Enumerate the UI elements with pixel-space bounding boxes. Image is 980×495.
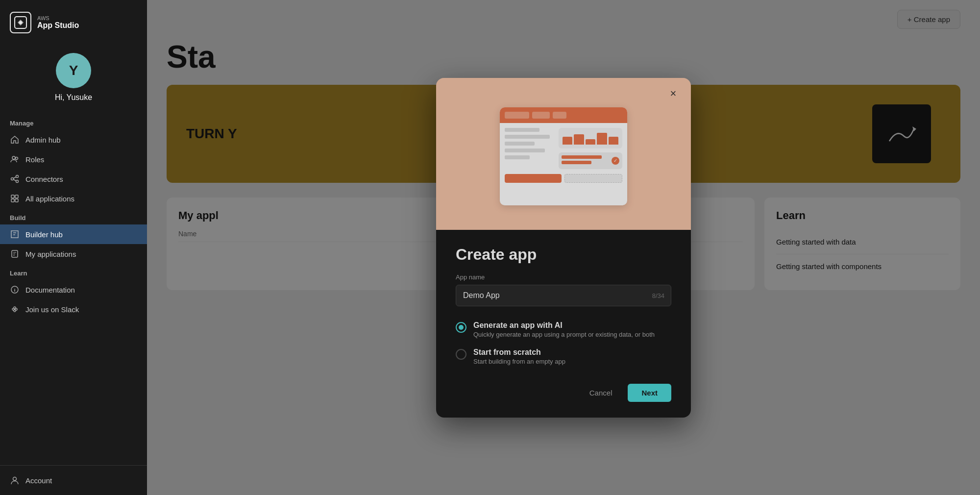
builder-hub-icon: [10, 229, 20, 239]
account-icon: [10, 475, 20, 485]
svg-point-5: [16, 175, 19, 178]
cancel-button[interactable]: Cancel: [580, 384, 622, 402]
modal-title: Create app: [456, 246, 671, 264]
form-line-2: [562, 161, 591, 164]
bar-4: [597, 133, 607, 144]
bar-2: [574, 134, 584, 145]
sidebar-item-roles[interactable]: Roles: [0, 149, 147, 169]
svg-point-3: [16, 157, 18, 160]
modal-close-button[interactable]: ×: [665, 86, 681, 101]
scratch-label: Start from scratch: [473, 348, 565, 357]
admin-hub-label: Admin hub: [25, 136, 61, 144]
generate-ai-option[interactable]: Generate an app with AI Quickly generate…: [456, 316, 671, 343]
app-name-label: App name: [456, 273, 671, 281]
svg-point-19: [13, 477, 17, 481]
scratch-radio[interactable]: [456, 349, 466, 360]
svg-line-8: [14, 179, 16, 181]
join-slack-label: Join us on Slack: [25, 305, 79, 314]
mockup-left-panel: [505, 128, 555, 169]
create-app-modal: ×: [436, 78, 691, 418]
slack-icon: [10, 304, 20, 314]
app-name-input[interactable]: [456, 285, 671, 306]
mockup-footer: [500, 174, 627, 187]
mockup-titlebar: [500, 107, 627, 123]
main-content: + Create app Sta TURN Y My appl Name Lea…: [147, 0, 980, 495]
form-line-1: [562, 155, 602, 159]
user-avatar-section: Y Hi, Yusuke: [0, 43, 147, 114]
roles-icon: [10, 154, 20, 164]
app-name-field-wrap: 8/34: [456, 285, 671, 306]
manage-section-label: Manage: [0, 114, 147, 130]
generate-ai-text: Generate an app with AI Quickly generate…: [473, 321, 655, 338]
generate-ai-radio[interactable]: [456, 322, 466, 333]
my-apps-icon: [10, 249, 20, 259]
bar-5: [609, 137, 618, 145]
mockup-bars: [562, 131, 619, 146]
mockup-chart-card: [559, 128, 622, 148]
roles-label: Roles: [25, 155, 44, 164]
scratch-desc: Start building from an empty app: [473, 358, 565, 365]
mockup-footer-btn-1: [505, 174, 562, 183]
svg-rect-10: [15, 195, 18, 198]
documentation-icon: [10, 285, 20, 295]
svg-point-2: [12, 156, 15, 159]
svg-rect-12: [15, 199, 18, 202]
sidebar-item-admin-hub[interactable]: Admin hub: [0, 130, 147, 149]
mockup-line-4: [505, 148, 545, 152]
build-section-label: Build: [0, 208, 147, 224]
app-mockup-illustration: ✓: [500, 107, 627, 205]
app-logo-icon: [10, 12, 31, 33]
connectors-icon: [10, 174, 20, 184]
mockup-right-panel: ✓: [559, 128, 622, 169]
sidebar-item-my-applications[interactable]: My applications: [0, 244, 147, 264]
svg-point-18: [14, 310, 16, 312]
my-applications-label: My applications: [25, 250, 76, 258]
mockup-footer-btn-2: [564, 174, 622, 183]
modal-overlay: ×: [147, 0, 980, 495]
sidebar-logo: AWS App Studio: [0, 0, 147, 43]
sidebar-item-connectors[interactable]: Connectors: [0, 169, 147, 189]
svg-rect-11: [11, 199, 14, 202]
sidebar-item-documentation[interactable]: Documentation: [0, 280, 147, 299]
logo-text: AWS App Studio: [37, 15, 79, 30]
sidebar-bottom: Account: [0, 465, 147, 495]
svg-point-1: [19, 21, 22, 24]
user-greeting: Hi, Yusuke: [55, 93, 92, 102]
mockup-line-1: [505, 128, 539, 132]
account-label: Account: [25, 476, 52, 485]
bar-1: [563, 137, 572, 145]
svg-rect-9: [11, 195, 14, 198]
mockup-text-lines: [562, 155, 612, 166]
generate-ai-label: Generate an app with AI: [473, 321, 655, 330]
mockup-btn-1: [505, 112, 529, 119]
modal-form: Create app App name 8/34 Generate an app…: [436, 230, 691, 418]
mockup-line-5: [505, 155, 530, 159]
svg-point-4: [11, 178, 14, 180]
modal-actions: Cancel Next: [456, 384, 671, 402]
mockup-line-3: [505, 142, 535, 146]
mockup-check: ✓: [612, 157, 619, 165]
sidebar: AWS App Studio Y Hi, Yusuke Manage Admin…: [0, 0, 147, 495]
next-button[interactable]: Next: [628, 384, 671, 402]
sidebar-item-builder-hub[interactable]: Builder hub: [0, 224, 147, 244]
all-apps-icon: [10, 194, 20, 203]
modal-illustration: ×: [436, 78, 691, 230]
builder-hub-label: Builder hub: [25, 230, 63, 239]
scratch-option[interactable]: Start from scratch Start building from a…: [456, 343, 671, 370]
mockup-btn-2: [532, 112, 550, 119]
bar-3: [586, 139, 595, 144]
mockup-btn-3: [553, 112, 566, 119]
svg-point-6: [16, 180, 19, 183]
mockup-body: ✓: [500, 123, 627, 174]
connectors-label: Connectors: [25, 175, 63, 183]
learn-section-label: Learn: [0, 264, 147, 280]
mockup-line-2: [505, 135, 550, 139]
sidebar-item-all-applications[interactable]: All applications: [0, 189, 147, 208]
scratch-text: Start from scratch Start building from a…: [473, 348, 565, 365]
documentation-label: Documentation: [25, 286, 75, 294]
all-applications-label: All applications: [25, 195, 74, 203]
sidebar-item-account[interactable]: Account: [0, 470, 147, 490]
radio-dot-selected: [459, 325, 464, 330]
generate-ai-desc: Quickly generate an app using a prompt o…: [473, 331, 655, 338]
sidebar-item-slack[interactable]: Join us on Slack: [0, 299, 147, 319]
